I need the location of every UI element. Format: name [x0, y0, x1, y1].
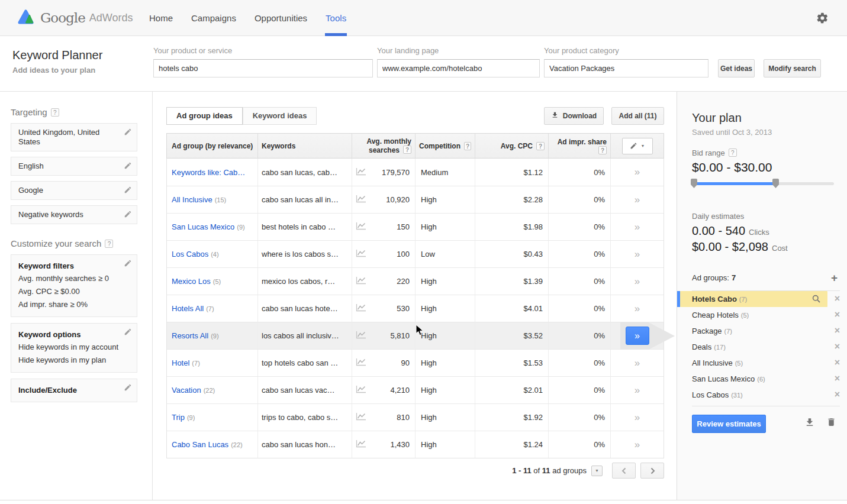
line-chart-icon[interactable] — [356, 358, 366, 368]
add-to-plan-chevron-icon[interactable]: » — [635, 276, 640, 287]
google-adwords-logo[interactable]: Google AdWords — [18, 8, 131, 27]
line-chart-icon[interactable] — [356, 303, 366, 314]
plan-ad-group-item[interactable]: Los Cabos (31) × — [677, 387, 847, 403]
help-icon[interactable]: ? — [105, 240, 113, 248]
edit-pencil-icon[interactable] — [124, 210, 132, 218]
slider-handle-min[interactable] — [691, 179, 697, 188]
plan-item-count: (31) — [731, 392, 743, 399]
add-to-plan-chevron-icon[interactable]: » — [635, 357, 640, 369]
download-button[interactable]: Download — [544, 107, 604, 125]
add-to-plan-chevron-icon[interactable]: » — [635, 248, 640, 260]
add-to-plan-chevron-icon[interactable]: » — [635, 412, 640, 424]
nav-item[interactable]: Tools — [326, 0, 346, 36]
get-ideas-button[interactable]: Get ideas — [718, 59, 755, 77]
add-to-plan-chevron-icon[interactable]: » — [635, 385, 640, 396]
targeting-setting[interactable]: English — [11, 157, 137, 176]
next-page-button[interactable] — [640, 463, 664, 479]
edit-pencil-icon[interactable] — [124, 328, 132, 336]
close-icon[interactable]: × — [835, 325, 840, 336]
plan-ad-group-item[interactable]: Hotels Cabo (7) × — [677, 291, 847, 307]
tab[interactable]: Ad group ideas — [166, 107, 243, 125]
line-chart-icon[interactable] — [356, 331, 366, 341]
review-estimates-button[interactable]: Review estimates — [692, 415, 766, 433]
close-icon[interactable]: × — [835, 389, 840, 400]
plan-ad-group-item[interactable]: All Inclusive (5) × — [677, 355, 847, 371]
page-size-dropdown[interactable]: ▼ — [591, 466, 603, 476]
help-icon[interactable]: ? — [464, 142, 471, 150]
help-icon[interactable]: ? — [729, 148, 737, 157]
download-icon — [551, 111, 559, 121]
product-category-input[interactable] — [544, 59, 708, 77]
close-icon[interactable]: × — [835, 293, 840, 304]
trash-icon[interactable] — [826, 416, 836, 428]
ad-group-link[interactable]: Trip — [172, 413, 185, 422]
targeting-setting[interactable]: Negative keywords — [11, 205, 137, 224]
plan-ad-group-item[interactable]: Package (7) × — [677, 323, 847, 339]
line-chart-icon[interactable] — [356, 249, 366, 259]
edit-pencil-icon[interactable] — [124, 161, 132, 170]
close-icon[interactable]: × — [835, 341, 840, 352]
add-to-plan-chevron-icon[interactable]: » — [635, 166, 640, 178]
add-to-plan-chevron-icon[interactable]: » — [635, 221, 640, 233]
line-chart-icon[interactable] — [356, 440, 366, 450]
line-chart-icon[interactable] — [356, 385, 366, 395]
ad-group-link[interactable]: Hotels All — [172, 304, 204, 313]
targeting-setting[interactable]: United Kingdom, United States — [11, 123, 137, 151]
customize-card[interactable]: Keyword filters Avg. monthly searches ≥ … — [11, 254, 137, 317]
settings-gear-icon[interactable] — [816, 12, 829, 25]
add-ad-group-plus-icon[interactable]: + — [831, 272, 838, 285]
ad-group-link[interactable]: Cabo San Lucas — [172, 440, 228, 449]
customize-card[interactable]: Keyword options Hide keywords in my acco… — [11, 323, 137, 373]
ad-group-link[interactable]: San Lucas Mexico — [172, 222, 234, 231]
line-chart-icon[interactable] — [356, 195, 366, 205]
modify-search-button[interactable]: Modify search — [764, 59, 821, 77]
ad-group-link[interactable]: Vacation — [172, 386, 201, 395]
edit-columns-button[interactable]: ▼ — [622, 138, 653, 154]
customize-card-line: Avg. CPC ≥ $0.00 — [18, 285, 119, 298]
add-all-button[interactable]: Add all (11) — [611, 107, 664, 125]
edit-pencil-icon[interactable] — [124, 259, 132, 267]
help-icon[interactable]: ? — [403, 146, 411, 154]
line-chart-icon[interactable] — [356, 222, 366, 232]
tab[interactable]: Keyword ideas — [243, 107, 317, 125]
product-service-input[interactable] — [153, 59, 373, 77]
customize-card[interactable]: Include/Exclude — [11, 379, 137, 402]
line-chart-icon[interactable] — [356, 167, 366, 177]
nav-item[interactable]: Home — [149, 0, 173, 36]
help-icon[interactable]: ? — [536, 142, 545, 150]
close-icon[interactable]: × — [835, 373, 840, 384]
ad-group-link[interactable]: All Inclusive — [172, 195, 212, 204]
help-icon[interactable]: ? — [51, 108, 59, 117]
download-plan-icon[interactable] — [804, 417, 815, 428]
plan-ad-group-item[interactable]: San Lucas Mexico (6) × — [677, 371, 847, 387]
ad-group-link[interactable]: Hotel — [172, 358, 189, 367]
edit-pencil-icon[interactable] — [124, 128, 132, 136]
plan-ad-group-item[interactable]: Deals (17) × — [677, 339, 847, 355]
targeting-setting[interactable]: Google — [11, 181, 137, 200]
plan-ad-group-item[interactable]: Cheap Hotels (5) × — [677, 307, 847, 323]
nav-item[interactable]: Opportunities — [255, 0, 307, 36]
slider-handle-max[interactable] — [772, 179, 779, 188]
edit-pencil-icon[interactable] — [124, 186, 132, 194]
nav-item[interactable]: Campaigns — [191, 0, 236, 36]
close-icon[interactable]: × — [835, 357, 840, 368]
line-chart-icon[interactable] — [356, 276, 366, 286]
search-icon[interactable] — [812, 295, 820, 303]
ad-group-link[interactable]: Mexico Los — [172, 277, 211, 286]
add-to-plan-chevron-icon[interactable]: » — [635, 194, 640, 206]
ad-group-link[interactable]: Resorts All — [172, 331, 208, 340]
ad-impr-share-cell: 0% — [548, 322, 610, 349]
add-to-plan-chevron-icon[interactable]: » — [635, 439, 640, 451]
edit-pencil-icon[interactable] — [124, 383, 132, 392]
bid-range-slider[interactable] — [692, 182, 834, 185]
landing-page-input[interactable] — [377, 59, 540, 77]
previous-page-button[interactable] — [612, 463, 636, 479]
ad-group-link[interactable]: Keywords like: Cab… — [172, 168, 245, 177]
close-icon[interactable]: × — [835, 309, 840, 320]
ad-impr-share-cell: 0% — [548, 214, 610, 240]
help-icon[interactable]: ? — [598, 146, 607, 154]
ad-group-link[interactable]: Los Cabos — [172, 250, 208, 259]
add-to-plan-chevron-icon[interactable]: » — [635, 303, 640, 315]
line-chart-icon[interactable] — [356, 412, 366, 422]
add-to-plan-button[interactable]: » — [626, 327, 649, 345]
